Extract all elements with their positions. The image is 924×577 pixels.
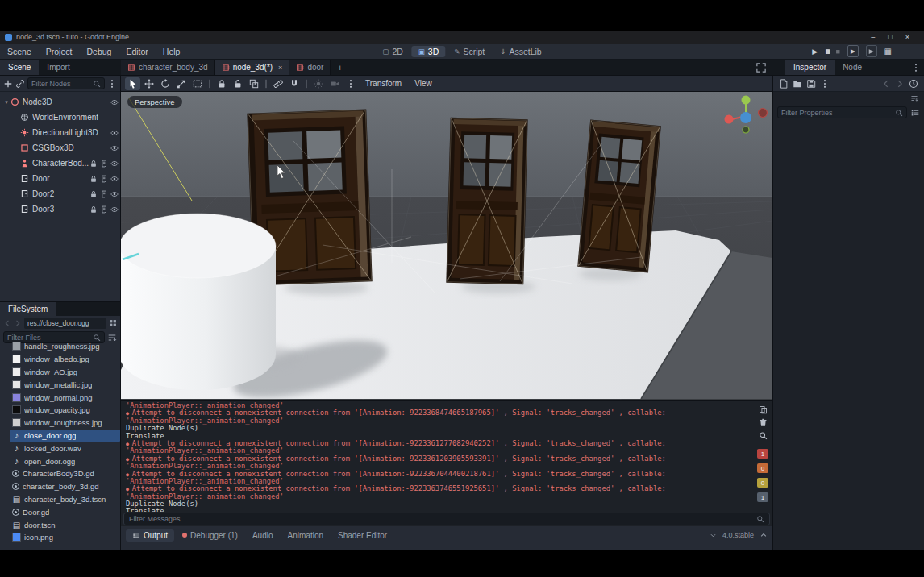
instance-scene-button[interactable] bbox=[15, 79, 25, 89]
workspace-tab[interactable]: ▣ 3D bbox=[412, 46, 445, 57]
file-row[interactable]: window_roughness.jpg bbox=[10, 417, 120, 430]
viewport-tool-button[interactable] bbox=[125, 77, 140, 90]
status-badge[interactable]: 0 bbox=[757, 478, 768, 488]
version-label[interactable]: 4.0.stable bbox=[722, 531, 754, 539]
inspector-tool-button[interactable] bbox=[806, 79, 816, 89]
run-button[interactable] bbox=[825, 46, 828, 56]
viewport-tool-button[interactable] bbox=[327, 77, 342, 90]
run-button[interactable] bbox=[847, 45, 859, 57]
maximize-button[interactable]: □ bbox=[888, 33, 892, 41]
close-button[interactable]: × bbox=[905, 33, 909, 41]
output-tool-icon[interactable] bbox=[759, 431, 768, 440]
file-row[interactable]: icon.png bbox=[10, 531, 120, 544]
viewport-tool-button[interactable] bbox=[262, 77, 269, 90]
file-row[interactable]: window_normal.png bbox=[10, 391, 120, 404]
viewport-tool-button[interactable] bbox=[302, 77, 310, 90]
file-row[interactable]: handle_roughness.jpg bbox=[10, 340, 120, 353]
visibility-eye-icon[interactable] bbox=[110, 160, 119, 168]
file-row[interactable]: window_metallic.jpg bbox=[10, 378, 120, 391]
perspective-menu-button[interactable]: Perspective bbox=[127, 96, 182, 108]
menu-item[interactable]: Debug bbox=[79, 47, 119, 56]
menu-item[interactable]: Project bbox=[39, 47, 80, 56]
collapse-arrow[interactable]: ▾ bbox=[2, 99, 10, 106]
viewport-tool-button[interactable] bbox=[246, 77, 261, 90]
viewport-tool-button[interactable] bbox=[310, 77, 326, 90]
scene-tab[interactable]: character_body_3d bbox=[121, 60, 215, 75]
viewport-tool-button[interactable] bbox=[286, 77, 302, 90]
visibility-eye-icon[interactable] bbox=[110, 98, 119, 106]
visibility-eye-icon[interactable] bbox=[110, 144, 119, 152]
menu-item[interactable]: Scene bbox=[0, 47, 39, 56]
visibility-eye-icon[interactable] bbox=[110, 205, 119, 214]
scene-node-row[interactable]: CSGBox3D bbox=[0, 140, 120, 156]
lock-icon[interactable] bbox=[89, 205, 98, 214]
file-row[interactable]: Door.gd bbox=[10, 505, 120, 518]
run-button[interactable] bbox=[812, 47, 818, 56]
output-tool-icon[interactable] bbox=[759, 418, 768, 427]
workspace-tab[interactable]: ⇓ AssetLib bbox=[493, 46, 547, 57]
file-row[interactable]: door.tscn bbox=[10, 518, 120, 531]
dock-tab[interactable]: Import bbox=[39, 60, 77, 75]
bottom-tab[interactable]: Animation bbox=[281, 529, 330, 542]
inspector-tool-button[interactable] bbox=[820, 79, 830, 89]
scene-node-row[interactable]: CharacterBod... bbox=[0, 156, 120, 171]
visibility-eye-icon[interactable] bbox=[110, 175, 119, 183]
file-row[interactable]: window_opacity.jpg bbox=[10, 404, 120, 417]
object-history-list-icon[interactable] bbox=[910, 94, 918, 102]
scene-node-row[interactable]: WorldEnvironment bbox=[0, 110, 120, 125]
add-node-button[interactable] bbox=[3, 79, 13, 89]
script-icon[interactable] bbox=[100, 205, 108, 214]
lock-icon[interactable] bbox=[89, 175, 98, 183]
inspector-tool-button[interactable] bbox=[909, 79, 918, 89]
scene-tab[interactable]: door bbox=[289, 60, 331, 75]
viewport-menu-item[interactable]: Transform bbox=[359, 79, 408, 88]
bottom-tab[interactable]: Debugger (1) bbox=[176, 529, 244, 542]
script-icon[interactable] bbox=[100, 175, 108, 183]
inspector-tool-button[interactable] bbox=[779, 79, 789, 89]
bottom-tab[interactable]: Shader Editor bbox=[331, 529, 393, 542]
filter-properties-input[interactable] bbox=[781, 109, 893, 117]
visibility-eye-icon[interactable] bbox=[110, 129, 119, 137]
filter-nodes-input[interactable] bbox=[31, 80, 90, 88]
status-badge[interactable]: 1 bbox=[757, 449, 768, 459]
workspace-tab[interactable]: ▢ 2D bbox=[376, 46, 409, 57]
lock-icon[interactable] bbox=[89, 190, 98, 198]
scene-node-row[interactable]: Door3 bbox=[0, 201, 120, 217]
scene-tree-menu-dots-icon[interactable] bbox=[107, 79, 117, 89]
run-button[interactable] bbox=[884, 47, 892, 56]
minimize-button[interactable]: – bbox=[871, 33, 875, 41]
menu-item[interactable]: Help bbox=[156, 47, 188, 56]
distraction-free-icon[interactable] bbox=[750, 60, 772, 75]
bottom-tab[interactable]: Output bbox=[126, 529, 174, 542]
viewport-tool-button[interactable] bbox=[270, 77, 285, 90]
bottom-tab[interactable]: Audio bbox=[246, 529, 280, 542]
viewport-tool-button[interactable] bbox=[230, 77, 245, 90]
3d-viewport[interactable]: Perspective bbox=[121, 92, 772, 400]
inspector-tool-button[interactable] bbox=[881, 79, 891, 89]
dock-tab[interactable]: Inspector bbox=[785, 60, 835, 75]
nav-forward-icon[interactable] bbox=[14, 319, 22, 327]
file-row[interactable]: open_door.ogg bbox=[10, 455, 120, 467]
viewport-tool-button[interactable] bbox=[173, 77, 189, 90]
inspector-tool-button[interactable] bbox=[895, 79, 905, 89]
run-button[interactable] bbox=[836, 47, 840, 56]
property-list-icon[interactable] bbox=[910, 108, 920, 118]
output-tool-icon[interactable] bbox=[759, 405, 768, 414]
file-row[interactable]: window_AO.jpg bbox=[10, 366, 120, 379]
scene-node-row[interactable]: Door2 bbox=[0, 186, 120, 201]
filter-messages-input[interactable] bbox=[129, 515, 756, 523]
file-row[interactable]: character_body_3d.tscn bbox=[10, 493, 120, 506]
dock-tab[interactable]: Node bbox=[835, 60, 870, 75]
viewport-tool-button[interactable] bbox=[206, 77, 213, 90]
expand-bottom-panel-icon[interactable] bbox=[760, 531, 768, 539]
menu-item[interactable]: Editor bbox=[119, 47, 155, 56]
scene-node-row[interactable]: DirectionalLight3D bbox=[0, 125, 120, 140]
lock-icon[interactable] bbox=[89, 160, 98, 168]
add-scene-tab-button[interactable]: + bbox=[331, 60, 348, 75]
split-view-grid-icon[interactable] bbox=[109, 319, 117, 327]
file-row[interactable]: close_door.ogg bbox=[10, 430, 120, 442]
close-tab-icon[interactable]: × bbox=[278, 64, 282, 72]
inspector-tool-button[interactable] bbox=[793, 79, 802, 89]
status-badge[interactable]: 1 bbox=[757, 492, 768, 502]
viewport-tool-button[interactable] bbox=[214, 77, 229, 90]
